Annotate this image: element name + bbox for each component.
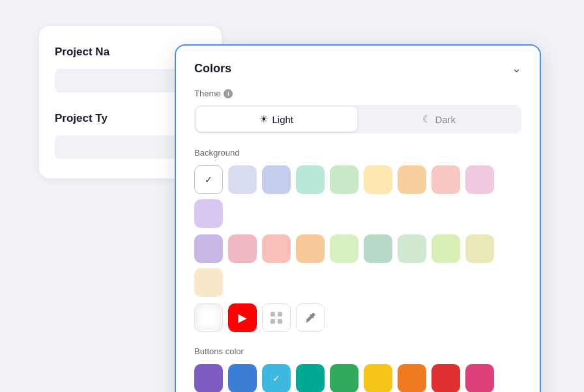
colors-panel: Colors ⌄ Theme i ☀ Light ☾ Dark Backgrou… bbox=[175, 44, 541, 392]
bg-swatch-17[interactable] bbox=[431, 234, 460, 263]
theme-section-label: Theme i bbox=[194, 89, 521, 98]
background-color-grid-row1: ✓ bbox=[194, 165, 521, 228]
sun-icon: ☀ bbox=[259, 113, 268, 125]
chevron-down-icon[interactable]: ⌄ bbox=[512, 61, 521, 76]
bg-swatch-2[interactable] bbox=[262, 165, 291, 194]
theme-toggle: ☀ Light ☾ Dark bbox=[194, 105, 521, 133]
bg-swatch-5[interactable] bbox=[364, 165, 392, 194]
bg-swatch-10[interactable] bbox=[194, 234, 223, 263]
svg-rect-1 bbox=[278, 312, 282, 316]
bg-swatch-0[interactable]: ✓ bbox=[194, 165, 223, 194]
bg-swatch-16[interactable] bbox=[398, 234, 426, 263]
btn-swatch-0[interactable] bbox=[194, 364, 223, 392]
btn-swatch-2[interactable]: ✓ bbox=[262, 364, 291, 392]
panel-title: Colors bbox=[194, 62, 231, 76]
bg-swatch-9[interactable] bbox=[194, 199, 223, 228]
eyedropper-icon bbox=[304, 311, 317, 324]
buttons-color-grid: ✓ bbox=[194, 364, 521, 392]
play-icon: ▶ bbox=[238, 311, 247, 325]
btn-swatch-3[interactable] bbox=[296, 364, 325, 392]
svg-rect-0 bbox=[270, 312, 275, 316]
bg-swatch-8[interactable] bbox=[465, 165, 494, 194]
bg-swatch-grid[interactable] bbox=[262, 303, 291, 332]
check-icon: ✓ bbox=[205, 175, 212, 185]
svg-rect-2 bbox=[270, 319, 275, 324]
bg-swatch-12[interactable] bbox=[262, 234, 291, 263]
theme-light-button[interactable]: ☀ Light bbox=[196, 107, 357, 132]
panel-header: Colors ⌄ bbox=[194, 61, 521, 76]
info-icon: i bbox=[224, 89, 233, 98]
bg-swatch-youtube[interactable]: ▶ bbox=[228, 303, 257, 332]
check-icon: ✓ bbox=[272, 373, 280, 384]
background-color-grid-row2 bbox=[194, 234, 521, 297]
bg-swatch-11[interactable] bbox=[228, 234, 257, 263]
bg-swatch-18[interactable] bbox=[465, 234, 494, 263]
bg-swatch-6[interactable] bbox=[398, 165, 426, 194]
bg-swatch-eyedropper[interactable] bbox=[296, 303, 325, 332]
btn-swatch-4[interactable] bbox=[330, 364, 358, 392]
bg-swatch-1[interactable] bbox=[228, 165, 257, 194]
bg-swatch-4[interactable] bbox=[330, 165, 358, 194]
moon-icon: ☾ bbox=[422, 113, 431, 125]
bg-swatch-7[interactable] bbox=[431, 165, 460, 194]
bg-swatch-3[interactable] bbox=[296, 165, 325, 194]
grid-icon bbox=[269, 311, 284, 325]
btn-swatch-1[interactable] bbox=[228, 364, 257, 392]
svg-rect-3 bbox=[278, 319, 282, 324]
bg-swatch-15[interactable] bbox=[364, 234, 392, 263]
btn-swatch-7[interactable] bbox=[431, 364, 460, 392]
bg-swatch-13[interactable] bbox=[296, 234, 325, 263]
btn-swatch-6[interactable] bbox=[398, 364, 426, 392]
btn-swatch-8[interactable] bbox=[465, 364, 494, 392]
background-special-row: ▶ bbox=[194, 303, 521, 332]
btn-swatch-5[interactable] bbox=[364, 364, 392, 392]
background-section-label: Background bbox=[194, 148, 521, 158]
theme-dark-button[interactable]: ☾ Dark bbox=[359, 107, 520, 132]
bg-swatch-19[interactable] bbox=[194, 268, 223, 297]
bg-swatch-14[interactable] bbox=[330, 234, 358, 263]
bg-swatch-gradient[interactable] bbox=[194, 303, 223, 332]
buttons-color-label: Buttons color bbox=[194, 346, 521, 356]
